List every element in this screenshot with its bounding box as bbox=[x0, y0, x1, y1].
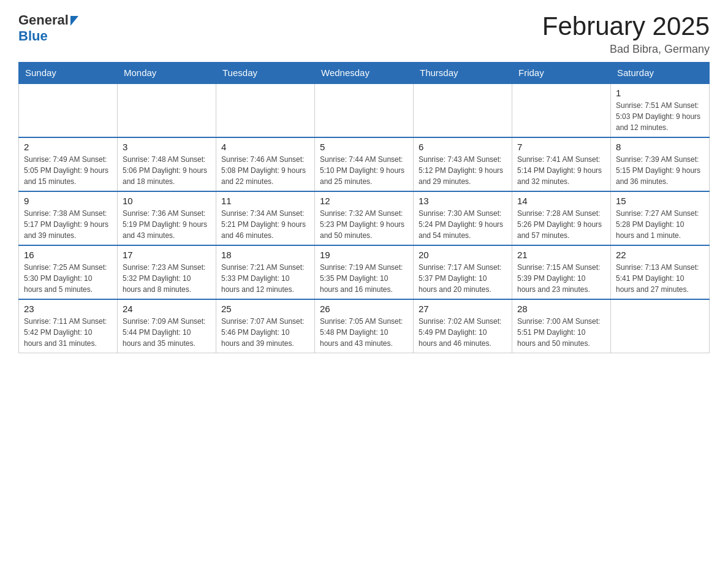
calendar-cell bbox=[512, 83, 611, 137]
day-number: 3 bbox=[123, 142, 211, 152]
calendar-cell: 4Sunrise: 7:46 AM Sunset: 5:08 PM Daylig… bbox=[216, 137, 315, 191]
weekday-header-saturday: Saturday bbox=[611, 63, 710, 84]
calendar-week-row: 1Sunrise: 7:51 AM Sunset: 5:03 PM Daylig… bbox=[19, 83, 710, 137]
calendar-week-row: 16Sunrise: 7:25 AM Sunset: 5:30 PM Dayli… bbox=[19, 245, 710, 299]
day-number: 21 bbox=[517, 250, 605, 260]
day-info: Sunrise: 7:23 AM Sunset: 5:32 PM Dayligh… bbox=[123, 262, 211, 295]
calendar-cell: 17Sunrise: 7:23 AM Sunset: 5:32 PM Dayli… bbox=[118, 245, 216, 299]
day-number: 15 bbox=[616, 196, 704, 206]
day-number: 8 bbox=[616, 142, 704, 152]
day-number: 4 bbox=[221, 142, 309, 152]
day-info: Sunrise: 7:00 AM Sunset: 5:51 PM Dayligh… bbox=[517, 316, 605, 349]
calendar-cell: 24Sunrise: 7:09 AM Sunset: 5:44 PM Dayli… bbox=[118, 299, 216, 353]
day-info: Sunrise: 7:17 AM Sunset: 5:37 PM Dayligh… bbox=[419, 262, 507, 295]
day-info: Sunrise: 7:41 AM Sunset: 5:14 PM Dayligh… bbox=[517, 154, 605, 187]
day-info: Sunrise: 7:38 AM Sunset: 5:17 PM Dayligh… bbox=[24, 208, 112, 241]
calendar-week-row: 23Sunrise: 7:11 AM Sunset: 5:42 PM Dayli… bbox=[19, 299, 710, 353]
location-subtitle: Bad Bibra, Germany bbox=[542, 43, 710, 56]
calendar-cell: 27Sunrise: 7:02 AM Sunset: 5:49 PM Dayli… bbox=[414, 299, 512, 353]
day-number: 27 bbox=[419, 304, 507, 314]
calendar-cell: 1Sunrise: 7:51 AM Sunset: 5:03 PM Daylig… bbox=[611, 83, 710, 137]
day-info: Sunrise: 7:30 AM Sunset: 5:24 PM Dayligh… bbox=[419, 208, 507, 241]
day-info: Sunrise: 7:46 AM Sunset: 5:08 PM Dayligh… bbox=[221, 154, 309, 187]
day-number: 6 bbox=[419, 142, 507, 152]
day-info: Sunrise: 7:48 AM Sunset: 5:06 PM Dayligh… bbox=[123, 154, 211, 187]
calendar-cell: 25Sunrise: 7:07 AM Sunset: 5:46 PM Dayli… bbox=[216, 299, 315, 353]
day-number: 24 bbox=[123, 304, 211, 314]
logo-text-blue: Blue bbox=[18, 28, 48, 44]
weekday-header-sunday: Sunday bbox=[19, 63, 118, 84]
day-info: Sunrise: 7:39 AM Sunset: 5:15 PM Dayligh… bbox=[616, 154, 704, 187]
calendar-table: SundayMondayTuesdayWednesdayThursdayFrid… bbox=[18, 62, 710, 353]
calendar-cell: 26Sunrise: 7:05 AM Sunset: 5:48 PM Dayli… bbox=[315, 299, 414, 353]
calendar-cell: 20Sunrise: 7:17 AM Sunset: 5:37 PM Dayli… bbox=[414, 245, 512, 299]
day-info: Sunrise: 7:13 AM Sunset: 5:41 PM Dayligh… bbox=[616, 262, 704, 295]
day-number: 28 bbox=[517, 304, 605, 314]
calendar-cell: 8Sunrise: 7:39 AM Sunset: 5:15 PM Daylig… bbox=[611, 137, 710, 191]
day-info: Sunrise: 7:32 AM Sunset: 5:23 PM Dayligh… bbox=[320, 208, 408, 241]
calendar-cell: 18Sunrise: 7:21 AM Sunset: 5:33 PM Dayli… bbox=[216, 245, 315, 299]
page-header: General Blue February 2025 Bad Bibra, Ge… bbox=[18, 12, 710, 56]
calendar-cell: 9Sunrise: 7:38 AM Sunset: 5:17 PM Daylig… bbox=[19, 191, 118, 245]
month-title: February 2025 bbox=[542, 12, 710, 40]
calendar-cell: 11Sunrise: 7:34 AM Sunset: 5:21 PM Dayli… bbox=[216, 191, 315, 245]
day-info: Sunrise: 7:25 AM Sunset: 5:30 PM Dayligh… bbox=[24, 262, 112, 295]
day-info: Sunrise: 7:15 AM Sunset: 5:39 PM Dayligh… bbox=[517, 262, 605, 295]
day-number: 20 bbox=[419, 250, 507, 260]
day-info: Sunrise: 7:34 AM Sunset: 5:21 PM Dayligh… bbox=[221, 208, 309, 241]
calendar-cell: 19Sunrise: 7:19 AM Sunset: 5:35 PM Dayli… bbox=[315, 245, 414, 299]
day-number: 26 bbox=[320, 304, 408, 314]
day-info: Sunrise: 7:51 AM Sunset: 5:03 PM Dayligh… bbox=[616, 100, 704, 133]
calendar-cell: 13Sunrise: 7:30 AM Sunset: 5:24 PM Dayli… bbox=[414, 191, 512, 245]
calendar-cell: 16Sunrise: 7:25 AM Sunset: 5:30 PM Dayli… bbox=[19, 245, 118, 299]
calendar-cell bbox=[315, 83, 414, 137]
calendar-cell: 2Sunrise: 7:49 AM Sunset: 5:05 PM Daylig… bbox=[19, 137, 118, 191]
calendar-cell: 22Sunrise: 7:13 AM Sunset: 5:41 PM Dayli… bbox=[611, 245, 710, 299]
day-number: 7 bbox=[517, 142, 605, 152]
day-info: Sunrise: 7:05 AM Sunset: 5:48 PM Dayligh… bbox=[320, 316, 408, 349]
calendar-cell bbox=[414, 83, 512, 137]
day-number: 11 bbox=[221, 196, 309, 206]
day-info: Sunrise: 7:49 AM Sunset: 5:05 PM Dayligh… bbox=[24, 154, 112, 187]
logo-text-general: General bbox=[18, 12, 69, 28]
day-info: Sunrise: 7:44 AM Sunset: 5:10 PM Dayligh… bbox=[320, 154, 408, 187]
day-number: 2 bbox=[24, 142, 112, 152]
day-number: 18 bbox=[221, 250, 309, 260]
day-info: Sunrise: 7:02 AM Sunset: 5:49 PM Dayligh… bbox=[419, 316, 507, 349]
calendar-cell: 10Sunrise: 7:36 AM Sunset: 5:19 PM Dayli… bbox=[118, 191, 216, 245]
day-info: Sunrise: 7:09 AM Sunset: 5:44 PM Dayligh… bbox=[123, 316, 211, 349]
day-number: 16 bbox=[24, 250, 112, 260]
logo: General Blue bbox=[18, 12, 78, 44]
calendar-cell: 14Sunrise: 7:28 AM Sunset: 5:26 PM Dayli… bbox=[512, 191, 611, 245]
day-number: 19 bbox=[320, 250, 408, 260]
day-number: 9 bbox=[24, 196, 112, 206]
weekday-header-monday: Monday bbox=[118, 63, 216, 84]
calendar-cell: 6Sunrise: 7:43 AM Sunset: 5:12 PM Daylig… bbox=[414, 137, 512, 191]
weekday-header-wednesday: Wednesday bbox=[315, 63, 414, 84]
calendar-cell: 23Sunrise: 7:11 AM Sunset: 5:42 PM Dayli… bbox=[19, 299, 118, 353]
calendar-cell: 15Sunrise: 7:27 AM Sunset: 5:28 PM Dayli… bbox=[611, 191, 710, 245]
day-number: 5 bbox=[320, 142, 408, 152]
day-number: 10 bbox=[123, 196, 211, 206]
weekday-header-thursday: Thursday bbox=[414, 63, 512, 84]
calendar-cell: 12Sunrise: 7:32 AM Sunset: 5:23 PM Dayli… bbox=[315, 191, 414, 245]
weekday-header-friday: Friday bbox=[512, 63, 611, 84]
day-number: 12 bbox=[320, 196, 408, 206]
day-number: 22 bbox=[616, 250, 704, 260]
title-area: February 2025 Bad Bibra, Germany bbox=[542, 12, 710, 56]
day-info: Sunrise: 7:28 AM Sunset: 5:26 PM Dayligh… bbox=[517, 208, 605, 241]
day-info: Sunrise: 7:43 AM Sunset: 5:12 PM Dayligh… bbox=[419, 154, 507, 187]
day-number: 14 bbox=[517, 196, 605, 206]
day-info: Sunrise: 7:27 AM Sunset: 5:28 PM Dayligh… bbox=[616, 208, 704, 241]
calendar-cell bbox=[19, 83, 118, 137]
calendar-cell: 21Sunrise: 7:15 AM Sunset: 5:39 PM Dayli… bbox=[512, 245, 611, 299]
logo-triangle-icon bbox=[70, 16, 78, 26]
calendar-cell: 28Sunrise: 7:00 AM Sunset: 5:51 PM Dayli… bbox=[512, 299, 611, 353]
day-info: Sunrise: 7:36 AM Sunset: 5:19 PM Dayligh… bbox=[123, 208, 211, 241]
day-info: Sunrise: 7:11 AM Sunset: 5:42 PM Dayligh… bbox=[24, 316, 112, 349]
calendar-cell: 5Sunrise: 7:44 AM Sunset: 5:10 PM Daylig… bbox=[315, 137, 414, 191]
day-number: 17 bbox=[123, 250, 211, 260]
day-number: 13 bbox=[419, 196, 507, 206]
day-info: Sunrise: 7:21 AM Sunset: 5:33 PM Dayligh… bbox=[221, 262, 309, 295]
calendar-cell: 7Sunrise: 7:41 AM Sunset: 5:14 PM Daylig… bbox=[512, 137, 611, 191]
